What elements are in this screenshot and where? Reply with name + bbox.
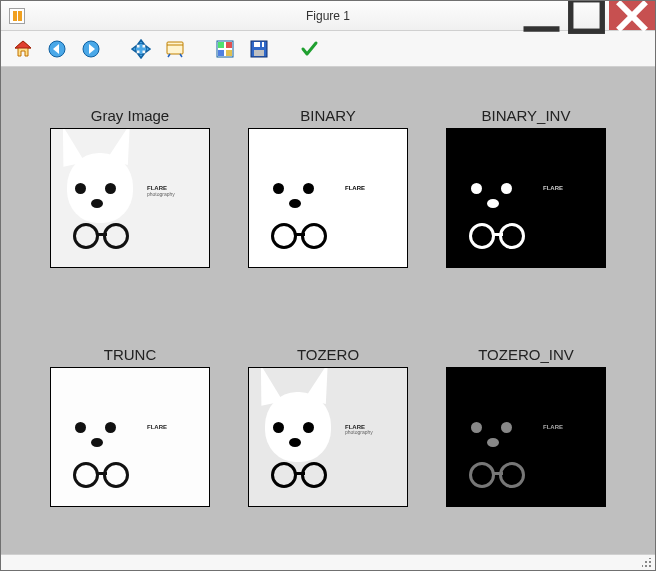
subplots-icon[interactable] (213, 37, 237, 61)
save-icon[interactable] (247, 37, 271, 61)
window-titlebar: Figure 1 (1, 1, 655, 31)
svg-marker-13 (146, 46, 150, 52)
svg-marker-10 (138, 40, 144, 44)
svg-rect-19 (218, 42, 224, 48)
svg-rect-26 (260, 42, 262, 47)
svg-rect-22 (226, 50, 232, 56)
svg-marker-11 (138, 54, 144, 58)
subplot-title: TRUNC (104, 346, 157, 363)
svg-rect-21 (218, 50, 224, 56)
minimize-button[interactable] (519, 1, 564, 30)
subplot-title: BINARY_INV (482, 107, 571, 124)
forward-icon[interactable] (79, 37, 103, 61)
svg-rect-1 (571, 0, 603, 31)
subplot-title: BINARY (300, 107, 356, 124)
pan-icon[interactable] (129, 37, 153, 61)
figure-canvas: Gray Image FLAREphotography BINARY FLARE… (1, 67, 655, 554)
svg-rect-20 (226, 42, 232, 48)
subplot-image: FLARE (446, 367, 606, 507)
image-caption: FLARE (147, 424, 203, 431)
image-caption: FLARE (543, 424, 599, 431)
close-button[interactable] (609, 1, 655, 30)
subplot-title: Gray Image (91, 107, 169, 124)
subplot-image: FLARE (50, 367, 210, 507)
subplot-tozero-inv: TOZERO_INV FLARE (437, 346, 615, 535)
app-icon (9, 8, 25, 24)
image-caption: FLARE (543, 185, 599, 192)
subplot-gray: Gray Image FLAREphotography (41, 107, 219, 296)
image-caption: FLARE (345, 185, 401, 192)
subplot-image: FLARE (446, 128, 606, 268)
svg-rect-24 (254, 42, 264, 47)
subplot-binary: BINARY FLARE (239, 107, 417, 296)
window-controls (519, 1, 655, 30)
svg-rect-15 (136, 47, 146, 50)
svg-marker-5 (15, 41, 31, 48)
subplot-title: TOZERO_INV (478, 346, 574, 363)
subplot-binary-inv: BINARY_INV FLARE (437, 107, 615, 296)
home-icon[interactable] (11, 37, 35, 61)
maximize-button[interactable] (564, 1, 609, 30)
resize-grip-icon[interactable] (642, 558, 652, 568)
image-caption: FLAREphotography (345, 424, 401, 436)
svg-marker-12 (132, 46, 136, 52)
svg-rect-16 (167, 42, 183, 54)
zoom-icon[interactable] (163, 37, 187, 61)
subplot-trunc: TRUNC FLARE (41, 346, 219, 535)
svg-rect-25 (254, 50, 264, 56)
image-caption: FLAREphotography (147, 185, 203, 197)
subplot-image: FLARE (248, 128, 408, 268)
options-icon[interactable] (297, 37, 321, 61)
back-icon[interactable] (45, 37, 69, 61)
subplot-image: FLAREphotography (248, 367, 408, 507)
status-bar (1, 554, 655, 570)
subplot-title: TOZERO (297, 346, 359, 363)
subplot-tozero: TOZERO FLAREphotography (239, 346, 417, 535)
subplot-image: FLAREphotography (50, 128, 210, 268)
